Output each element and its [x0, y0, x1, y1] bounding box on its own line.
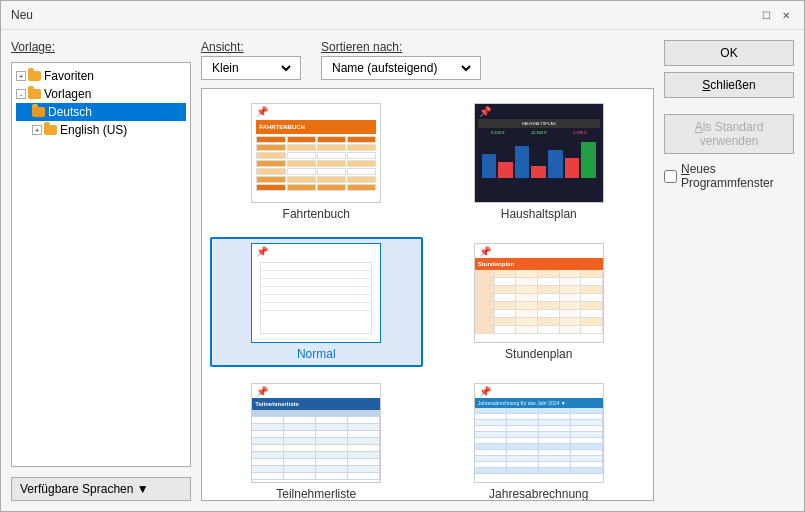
new-window-label[interactable]: Neues Programmfenster	[681, 162, 794, 190]
teilnehmer-thumb: 📌 Teilnehmerliste	[251, 383, 381, 483]
sort-filter-group: Sortieren nach: Name (aufsteigend) Name …	[321, 40, 481, 80]
template-tree: + Favoriten - Vorlagen Deutsch +	[11, 62, 191, 467]
tree-label-english: English (US)	[60, 123, 127, 137]
pin-haushaltsplan-icon: 📌	[479, 106, 491, 117]
haushaltsplan-label: Haushaltsplan	[501, 207, 577, 221]
available-languages-button[interactable]: Verfügbare Sprachen ▼	[11, 477, 191, 501]
expand-english-icon[interactable]: +	[32, 125, 42, 135]
close-dialog-button[interactable]: Schließen	[664, 72, 794, 98]
pin-teilnehmer-icon: 📌	[256, 386, 268, 397]
vorlage-label: Vorlage:	[11, 40, 191, 54]
main-content: Vorlage: + Favoriten - Vorlagen Deutsc	[1, 30, 804, 511]
pin-jahresabrechnung-icon: 📌	[479, 386, 491, 397]
tree-label-favoriten: Favoriten	[44, 69, 94, 83]
dialog-title: Neu	[11, 8, 33, 22]
haushaltsplan-thumb: 📌 HAUSHALTSPLAN 9.234 € 12.843 € 4.688 €	[474, 103, 604, 203]
title-bar: Neu ☐ ✕	[1, 1, 804, 30]
tree-item-favoriten[interactable]: + Favoriten	[16, 67, 186, 85]
pin-normal-icon: 📌	[256, 246, 268, 257]
folder-english-icon	[44, 125, 57, 135]
ok-button[interactable]: OK	[664, 40, 794, 66]
set-default-button[interactable]: Als Standard verwenden	[664, 114, 794, 154]
tree-item-english[interactable]: + English (US)	[16, 121, 186, 139]
right-panel: OK Schließen Als Standard verwenden Neue…	[664, 40, 794, 501]
templates-grid: 📌 FAHRTENBUCH Fahrtenbuch	[201, 88, 654, 501]
title-bar-controls: ☐ ✕	[758, 7, 794, 23]
tree-item-deutsch[interactable]: Deutsch	[16, 103, 186, 121]
template-stundenplan[interactable]: 📌 Stundenplan Stunde	[433, 237, 646, 367]
fahrtenbuch-label: Fahrtenbuch	[283, 207, 350, 221]
middle-panel: Ansicht: Klein Groß Liste Sortieren nach…	[201, 40, 654, 501]
view-select[interactable]: Klein Groß Liste	[208, 60, 294, 76]
new-dialog: Neu ☐ ✕ Vorlage: + Favoriten - Vorlag	[0, 0, 805, 512]
view-select-wrapper[interactable]: Klein Groß Liste	[201, 56, 301, 80]
tree-item-vorlagen[interactable]: - Vorlagen	[16, 85, 186, 103]
left-panel: Vorlage: + Favoriten - Vorlagen Deutsc	[11, 40, 191, 501]
restore-button[interactable]: ☐	[758, 7, 774, 23]
tree-label-vorlagen: Vorlagen	[44, 87, 91, 101]
sort-select[interactable]: Name (aufsteigend) Name (absteigend) Dat…	[328, 60, 474, 76]
view-label: Ansicht:	[201, 40, 301, 54]
new-window-checkbox[interactable]	[664, 170, 677, 183]
template-teilnehmer[interactable]: 📌 Teilnehmerliste	[210, 377, 423, 501]
folder-deutsch-icon	[32, 107, 45, 117]
normal-label: Normal	[297, 347, 336, 361]
folder-favoriten-icon	[28, 71, 41, 81]
expand-favoriten-icon[interactable]: +	[16, 71, 26, 81]
teilnehmer-label: Teilnehmerliste	[276, 487, 356, 501]
template-haushaltsplan[interactable]: 📌 HAUSHALTSPLAN 9.234 € 12.843 € 4.688 €	[433, 97, 646, 227]
close-button[interactable]: ✕	[778, 7, 794, 23]
stundenplan-label: Stundenplan	[505, 347, 572, 361]
view-filter-group: Ansicht: Klein Groß Liste	[201, 40, 301, 80]
tree-label-deutsch: Deutsch	[48, 105, 92, 119]
pin-fahrtenbuch-icon: 📌	[256, 106, 268, 117]
jahresabrechnung-thumb: 📌 Jahresabrechnung für das Jahr 2024 ▼	[474, 383, 604, 483]
folder-vorlagen-icon	[28, 89, 41, 99]
pin-stundenplan-icon: 📌	[479, 246, 491, 257]
filters-row: Ansicht: Klein Groß Liste Sortieren nach…	[201, 40, 654, 80]
fahrtenbuch-thumb: 📌 FAHRTENBUCH	[251, 103, 381, 203]
jahresabrechnung-label: Jahresabrechnung	[489, 487, 588, 501]
stundenplan-thumb: 📌 Stundenplan	[474, 243, 604, 343]
template-normal[interactable]: 📌 Normal	[210, 237, 423, 367]
sort-select-wrapper[interactable]: Name (aufsteigend) Name (absteigend) Dat…	[321, 56, 481, 80]
expand-vorlagen-icon[interactable]: -	[16, 89, 26, 99]
sort-label: Sortieren nach:	[321, 40, 481, 54]
normal-thumb: 📌	[251, 243, 381, 343]
template-jahresabrechnung[interactable]: 📌 Jahresabrechnung für das Jahr 2024 ▼	[433, 377, 646, 501]
template-fahrtenbuch[interactable]: 📌 FAHRTENBUCH Fahrtenbuch	[210, 97, 423, 227]
new-window-row: Neues Programmfenster	[664, 162, 794, 190]
